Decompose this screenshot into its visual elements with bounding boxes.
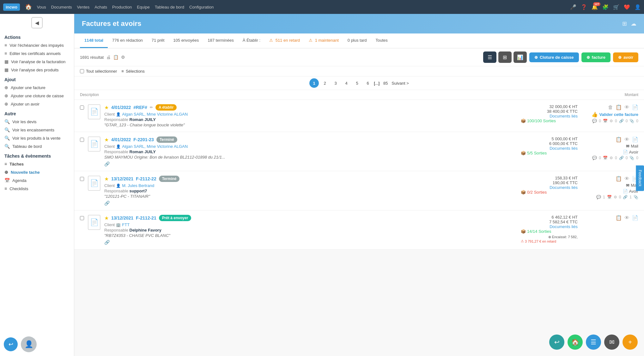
export-icon[interactable]: 📋 (113, 55, 118, 60)
copy-icon-3[interactable]: 📋 (616, 176, 622, 182)
tab-plus-tard[interactable]: 0 plus tard (343, 33, 371, 48)
next-page-button[interactable]: Suivant > (392, 81, 409, 86)
invoice-ref-3[interactable]: F-2112-22 (136, 176, 156, 181)
cart-icon[interactable]: 🛒 (613, 4, 619, 10)
fab-home-button[interactable]: 🏠 (568, 335, 583, 350)
delete-icon-1[interactable]: 🗑 (608, 105, 613, 110)
paperclip-icon-1[interactable]: 📎 (629, 119, 634, 123)
sidebar-item-analyse-facturation[interactable]: ▦ Voir l'analyse de la facturation (0, 57, 74, 66)
page-3-button[interactable]: 3 (331, 78, 340, 88)
invoice-ref-2[interactable]: F-2201-23 (133, 137, 154, 142)
sidebar-item-devis[interactable]: 🔍 Voir les devis (0, 118, 74, 126)
page-2-button[interactable]: 2 (320, 78, 330, 88)
fab-add-button[interactable]: + (623, 335, 638, 350)
tab-toutes[interactable]: Toutes (371, 33, 392, 48)
invoice-docs-4[interactable]: Documents liés (521, 224, 578, 229)
nav-ventes[interactable]: Ventes (77, 5, 90, 9)
invoice-checkbox-4[interactable] (80, 216, 84, 220)
view-icon-1[interactable]: 👁 (624, 105, 629, 110)
view-icon-2[interactable]: 👁 (624, 137, 629, 142)
page-last-button[interactable]: 85 (381, 78, 390, 88)
client-name-2[interactable]: Algan SARL, Mme Victorine ALGAN (122, 144, 188, 149)
sidebar-item-taches[interactable]: ≡ Tâches (0, 160, 74, 168)
gear-icon-3[interactable]: ⚙ (614, 195, 617, 199)
feedback-tab[interactable]: Feedback (636, 165, 644, 191)
view-icon-4[interactable]: 👁 (624, 215, 629, 221)
invoice-checkbox-2[interactable] (80, 138, 84, 142)
nav-vous[interactable]: Vous (37, 5, 46, 9)
invoice-ref-1[interactable]: #REF# (133, 105, 147, 110)
link-icon-3[interactable]: 🔗 (623, 195, 628, 199)
sidebar-item-nouvelle-tache[interactable]: ⊕ Nouvelle tache (0, 168, 74, 176)
paperclip-icon-3[interactable]: 📎 (634, 195, 638, 199)
add-avoir-button[interactable]: ⊕ avoir (613, 52, 638, 62)
sidebar-item-checklists[interactable]: ≡ Checklists (0, 184, 74, 193)
sidebar-item-add-avoir[interactable]: ⊕ Ajouter un avoir (0, 100, 74, 108)
link-icon-1[interactable]: 🔗 (619, 119, 624, 123)
nav-achats[interactable]: Achats (94, 5, 107, 9)
sidebar-item-analyse-produits[interactable]: ▦ Voir l'analyse des produits (0, 66, 74, 74)
microphone-icon[interactable]: 🎤 (570, 4, 576, 10)
invoice-docs-2[interactable]: Documents liés (521, 146, 578, 151)
tab-en-retard[interactable]: ⚠ 511 en retard (265, 33, 304, 48)
invoice-checkbox-1[interactable] (80, 106, 84, 110)
star-icon-4[interactable]: ★ (104, 215, 109, 221)
client-name-3[interactable]: M. Jules Bertrand (122, 183, 154, 188)
link-icon-2[interactable]: 🔗 (619, 156, 624, 160)
sidebar-item-add-facture[interactable]: ⊕ Ajouter une facture (0, 83, 74, 92)
responsible-name-1[interactable]: Roman JUILY (130, 117, 156, 122)
sidebar-back-button[interactable]: ↩ (4, 337, 18, 351)
settings-icon[interactable]: ⚙ (121, 55, 125, 60)
sidebar-toggle-button[interactable]: ◀ (31, 17, 43, 28)
invoice-docs-3[interactable]: Documents liés (521, 185, 578, 190)
select-all-checkbox[interactable] (80, 69, 84, 73)
avoir-button-2[interactable]: Avoir (629, 150, 638, 154)
responsible-name-4[interactable]: Delphine Favory (130, 228, 161, 232)
nav-production[interactable]: Production (112, 5, 132, 9)
tab-a-etablir[interactable]: À Établir : (238, 33, 265, 48)
star-icon-3[interactable]: ★ (104, 176, 109, 182)
notifications-icon[interactable]: 🔔127 (592, 4, 598, 10)
tab-maintenant[interactable]: ⚠ 1 maintenant (304, 33, 343, 48)
tab-terminees[interactable]: 187 terminées (203, 33, 238, 48)
page-4-button[interactable]: 4 (342, 78, 351, 88)
invoice-date-3[interactable]: 13/12/2021 (111, 176, 133, 181)
add-facture-button[interactable]: ⊕ facture (581, 52, 611, 62)
gear-icon-2[interactable]: ⚙ (610, 156, 613, 160)
mail-button-2[interactable]: Mail (631, 144, 638, 148)
page-1-button[interactable]: 1 (309, 78, 319, 88)
fab-mail-button[interactable]: ✉ (604, 335, 619, 350)
heart-icon[interactable]: ❤️ (624, 4, 630, 10)
calendar-icon-2[interactable]: 📅 (603, 156, 608, 160)
selections-button[interactable]: ≡ Sélections (121, 69, 145, 74)
user-avatar[interactable]: 👤 (21, 336, 37, 352)
nav-equipe[interactable]: Equipe (137, 5, 149, 9)
view-icon-3[interactable]: 👁 (624, 176, 629, 182)
links-icon-2[interactable]: 🔗 (104, 161, 517, 166)
star-icon-1[interactable]: ★ (104, 105, 109, 111)
sidebar-item-add-cloture[interactable]: ⊕ Ajouter une cloture de caisse (0, 92, 74, 100)
nav-documents[interactable]: Documents (51, 5, 72, 9)
user-icon[interactable]: 👤 (635, 4, 641, 10)
sidebar-item-tableau-de-bord[interactable]: 🔍 Tableau de bord (0, 142, 74, 150)
sidebar-item-agenda[interactable]: 📅 Agenda (0, 176, 74, 184)
invoice-date-1[interactable]: 4/01/2022 (111, 105, 131, 110)
cloud-icon[interactable]: ☁ (631, 20, 636, 27)
sidebar-item-encaissements[interactable]: 🔍 Voir les encaissements (0, 126, 74, 134)
comment-icon-2[interactable]: 💬 (592, 156, 597, 160)
nav-configuration[interactable]: Configuration (189, 5, 214, 9)
tab-pret[interactable]: 71 prêt (147, 33, 169, 48)
sidebar-item-certificats[interactable]: ≡ Editer les certificats annuels (0, 49, 74, 57)
fab-history-button[interactable]: ↩ (549, 335, 564, 350)
grid-icon[interactable]: ⊞ (622, 20, 627, 27)
home-icon[interactable]: 🏠 (25, 3, 32, 10)
select-all-label[interactable]: Tout sélectionner (80, 69, 117, 74)
nav-tableau-de-bord[interactable]: Tableau de bord (155, 5, 184, 9)
invoice-date-2[interactable]: 4/01/2022 (111, 137, 131, 142)
client-name-4[interactable]: FTT (122, 222, 130, 227)
pdf-icon-4[interactable]: 📄 (632, 215, 638, 221)
comment-icon-3[interactable]: 💬 (596, 195, 601, 199)
client-name-1[interactable]: Algan SARL, Mme Victorine ALGAN (122, 112, 188, 117)
paperclip-icon-2[interactable]: 📎 (629, 156, 634, 160)
fab-menu-button[interactable]: ☰ (586, 335, 601, 350)
